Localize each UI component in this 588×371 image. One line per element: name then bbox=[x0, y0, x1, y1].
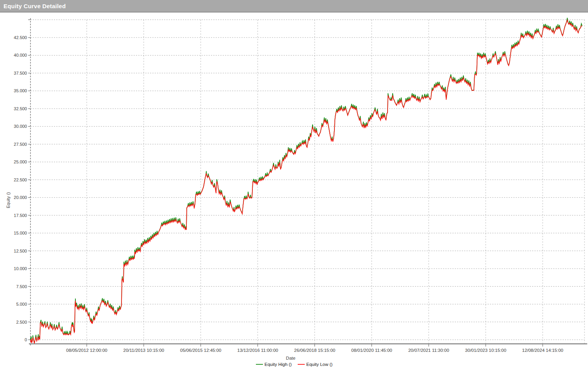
y-tick-label: 20.000 bbox=[14, 195, 27, 200]
window-title-bar[interactable]: Equity Curve Detailed bbox=[0, 0, 588, 13]
y-tick-label: 0 bbox=[25, 337, 27, 342]
x-tick-label: 26/06/2018 15:15:00 bbox=[294, 348, 336, 353]
y-tick-label: 2.500 bbox=[16, 320, 27, 324]
y-tick-label: 35.000 bbox=[14, 88, 27, 93]
x-tick-label: 08/05/2012 12:00:00 bbox=[66, 348, 107, 353]
y-tick-label: 17.500 bbox=[14, 213, 27, 218]
legend-item-equity-high: Equity High () bbox=[256, 362, 292, 367]
y-tick-label: 5.000 bbox=[16, 302, 27, 306]
plot-area[interactable] bbox=[30, 20, 584, 344]
y-tick-label: 37.500 bbox=[14, 71, 27, 75]
x-tick-label: 05/06/2015 12:45:00 bbox=[180, 348, 222, 353]
y-tick-label: 7.500 bbox=[16, 284, 27, 289]
legend-label: Equity Low () bbox=[306, 362, 332, 367]
x-tick-label: 20/11/2013 10:15:00 bbox=[123, 348, 164, 353]
x-tick-label: 20/07/2021 11:30:00 bbox=[408, 348, 449, 353]
y-tick-label: 12.500 bbox=[14, 249, 27, 253]
equity-chart: 02.5005.0007.50010.00012.50015.00017.500… bbox=[0, 13, 588, 370]
chart-area: 02.5005.0007.50010.00012.50015.00017.500… bbox=[0, 13, 588, 370]
y-tick-label: 30.000 bbox=[14, 124, 27, 129]
y-tick-label: 25.000 bbox=[14, 160, 27, 164]
legend-item-equity-low: Equity Low () bbox=[298, 362, 332, 367]
y-axis-title: Equity () bbox=[6, 192, 11, 208]
x-tick-label: 13/12/2016 11:00:00 bbox=[237, 348, 278, 353]
y-tick-label: 10.000 bbox=[14, 266, 27, 271]
legend-label: Equity High () bbox=[265, 362, 292, 367]
x-tick-label: 12/08/2024 14:15:00 bbox=[522, 348, 563, 353]
x-axis-title: Date bbox=[286, 356, 295, 360]
x-tick-label: 08/01/2020 11:45:00 bbox=[351, 348, 392, 353]
equity-curve-window: Equity Curve Detailed 02.5005.0007.50010… bbox=[0, 0, 588, 371]
chart-legend: Equity High ()Equity Low () bbox=[256, 362, 332, 367]
y-tick-label: 40.000 bbox=[14, 53, 27, 57]
y-tick-label: 27.500 bbox=[14, 142, 27, 147]
y-tick-label: 15.000 bbox=[14, 231, 27, 235]
y-tick-label: 22.500 bbox=[14, 177, 27, 182]
window-title: Equity Curve Detailed bbox=[0, 3, 66, 9]
y-tick-label: 32.500 bbox=[14, 106, 27, 111]
y-tick-label: 42.500 bbox=[14, 35, 27, 40]
x-tick-label: 30/01/2023 10:15:00 bbox=[465, 348, 506, 353]
